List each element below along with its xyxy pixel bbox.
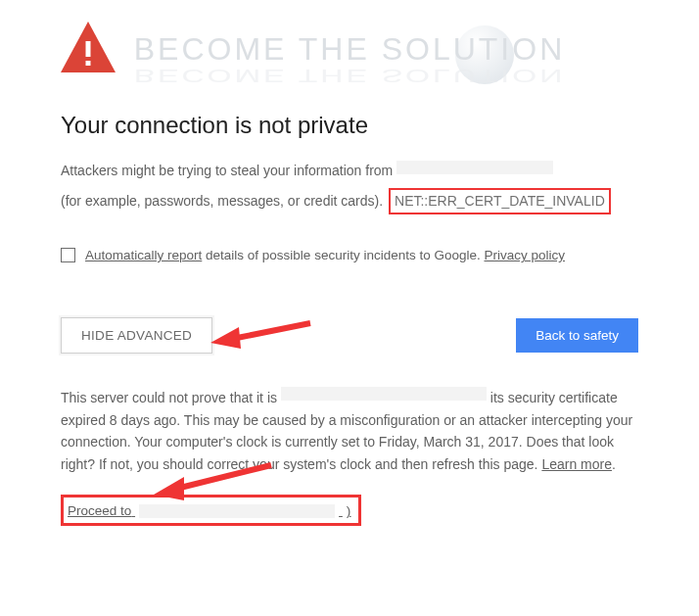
learn-more-link[interactable]: Learn more [541, 456, 612, 472]
desc-examples: (for example, passwords, messages, or cr… [61, 193, 383, 209]
explain-part-a: This server could not prove that it is [61, 390, 281, 405]
svg-marker-4 [210, 327, 241, 349]
svg-rect-1 [86, 41, 91, 57]
annotation-arrow-icon [208, 313, 315, 355]
auto-report-underlined: Automatically report [85, 248, 202, 262]
svg-rect-2 [86, 61, 91, 66]
svg-line-3 [232, 323, 310, 339]
desc-prefix: Attackers might be trying to steal your … [61, 163, 396, 178]
auto-report-label: Automatically report details of possible… [85, 248, 565, 262]
auto-report-rest: details of possible security incidents t… [202, 248, 484, 262]
hide-advanced-button[interactable]: HIDE ADVANCED [61, 317, 212, 354]
redacted-server-name [281, 387, 487, 401]
page-title: Your connection is not private [61, 112, 638, 139]
proceed-link[interactable]: Proceed to ) [68, 503, 350, 518]
proceed-tail: ) [347, 503, 351, 518]
privacy-policy-link[interactable]: Privacy policy [484, 248, 565, 262]
action-button-row: HIDE ADVANCED Back to safety [61, 317, 638, 354]
warning-description: Attackers might be trying to steal your … [61, 161, 638, 182]
error-code: NET::ERR_CERT_DATE_INVALID [395, 193, 605, 209]
advanced-explanation: This server could not prove that it is i… [61, 387, 638, 475]
warning-description-line2: (for example, passwords, messages, or cr… [61, 188, 638, 215]
redacted-proceed-domain [139, 504, 335, 518]
warning-triangle-icon [61, 22, 116, 72]
proceed-highlight-box: Proceed to ) [61, 495, 361, 526]
error-code-highlight: NET::ERR_CERT_DATE_INVALID [389, 188, 611, 215]
redacted-domain [396, 161, 553, 174]
proceed-label: Proceed to [68, 503, 131, 518]
auto-report-checkbox[interactable] [61, 248, 75, 262]
back-to-safety-button[interactable]: Back to safety [516, 318, 638, 353]
warning-icon-row [61, 22, 638, 76]
auto-report-row: Automatically report details of possible… [61, 248, 638, 262]
